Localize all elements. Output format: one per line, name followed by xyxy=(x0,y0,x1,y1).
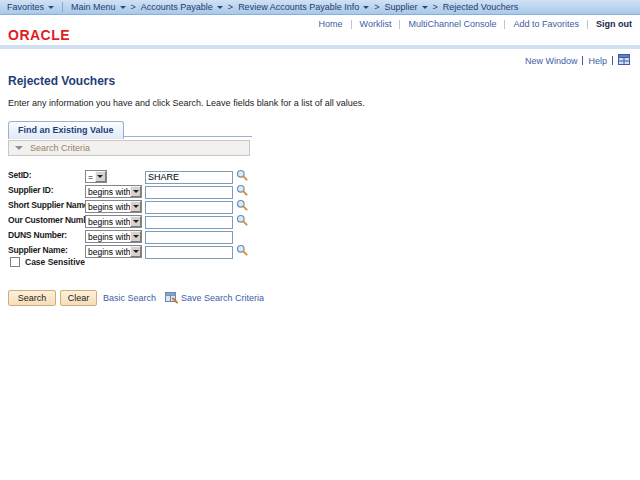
page-links: New Window Help xyxy=(525,54,630,67)
divider xyxy=(612,56,613,65)
divider xyxy=(504,20,505,29)
operator-select[interactable]: begins with xyxy=(85,245,142,258)
multichannel-console-link[interactable]: MultiChannel Console xyxy=(408,19,496,29)
field-row-duns-number: DUNS Number: begins with xyxy=(8,228,278,242)
instruction-text: Enter any information you have and click… xyxy=(8,98,365,108)
portal-links: Home Worklist MultiChannel Console Add t… xyxy=(319,19,632,29)
divider xyxy=(399,20,400,29)
lookup-icon[interactable] xyxy=(236,169,248,181)
field-label: DUNS Number: xyxy=(8,230,85,240)
oracle-logo: ORACLE xyxy=(8,27,70,43)
worklist-link[interactable]: Worklist xyxy=(360,19,392,29)
select-arrow-icon[interactable] xyxy=(130,246,141,257)
supplier-name-input[interactable] xyxy=(145,246,233,259)
divider xyxy=(587,20,588,29)
add-to-favorites-link[interactable]: Add to Favorites xyxy=(513,19,579,29)
main-menu-label: Main Menu xyxy=(71,2,116,12)
chevron-down-icon xyxy=(48,6,54,9)
tab-bar: Find an Existing Value xyxy=(8,119,252,137)
breadcrumb-separator: > xyxy=(131,2,136,12)
new-window-grid-icon[interactable] xyxy=(618,54,630,67)
lookup-icon[interactable] xyxy=(236,214,248,226)
field-row-setid: SetID: = xyxy=(8,168,278,182)
lookup-icon[interactable] xyxy=(236,244,248,256)
field-row-our-customer-number: Our Customer Number: begins with xyxy=(8,213,278,227)
field-row-supplier-name: Supplier Name: begins with xyxy=(8,243,278,257)
tab-find-existing-value[interactable]: Find an Existing Value xyxy=(8,121,124,139)
favorites-menu[interactable]: Favorites xyxy=(7,2,54,12)
case-sensitive-checkbox[interactable] xyxy=(10,257,20,267)
field-label: Short Supplier Name: xyxy=(8,200,85,210)
page: Favorites Main Menu > Accounts Payable >… xyxy=(0,0,640,480)
chevron-down-icon xyxy=(217,6,223,9)
breadcrumb-separator: > xyxy=(228,2,233,12)
save-search-icon[interactable] xyxy=(165,292,178,304)
help-link[interactable]: Help xyxy=(588,56,607,66)
breadcrumb-item-review-ap-info[interactable]: Review Accounts Payable Info xyxy=(238,2,369,12)
new-window-link[interactable]: New Window xyxy=(525,56,578,66)
chevron-down-icon xyxy=(422,6,428,9)
search-criteria-header[interactable]: Search Criteria xyxy=(8,140,250,156)
breadcrumb-separator: > xyxy=(374,2,379,12)
masthead: Home Worklist MultiChannel Console Add t… xyxy=(0,15,640,45)
breadcrumb-item-accounts-payable[interactable]: Accounts Payable xyxy=(141,2,223,12)
field-row-short-supplier-name: Short Supplier Name: begins with xyxy=(8,198,278,212)
lookup-icon[interactable] xyxy=(236,199,248,211)
basic-search-link[interactable]: Basic Search xyxy=(103,293,156,303)
search-form: SetID: = Supplier ID: begins with Short … xyxy=(8,168,278,258)
header-divider-band xyxy=(0,45,640,49)
main-menu[interactable]: Main Menu xyxy=(71,2,126,12)
collapse-triangle-icon xyxy=(15,146,23,150)
home-link[interactable]: Home xyxy=(319,19,343,29)
divider xyxy=(351,20,352,29)
save-search-criteria-link[interactable]: Save Search Criteria xyxy=(181,293,264,303)
field-label: Supplier Name: xyxy=(8,245,85,255)
case-sensitive-label: Case Sensitive xyxy=(25,257,85,267)
favorites-label: Favorites xyxy=(7,2,44,12)
field-label: Our Customer Number: xyxy=(8,215,85,225)
divider xyxy=(62,2,63,12)
case-sensitive-row: Case Sensitive xyxy=(10,257,85,267)
breadcrumb-separator: > xyxy=(433,2,438,12)
breadcrumb: Favorites Main Menu > Accounts Payable >… xyxy=(0,0,640,15)
action-bar: Search Clear Basic Search Save Search Cr… xyxy=(8,290,264,306)
field-row-supplier-id: Supplier ID: begins with xyxy=(8,183,278,197)
breadcrumb-item-supplier[interactable]: Supplier xyxy=(384,2,427,12)
search-button[interactable]: Search xyxy=(8,290,56,306)
field-label: Supplier ID: xyxy=(8,185,85,195)
page-title: Rejected Vouchers xyxy=(8,74,115,88)
chevron-down-icon xyxy=(363,6,369,9)
breadcrumb-item-rejected-vouchers: Rejected Vouchers xyxy=(443,2,519,12)
clear-button[interactable]: Clear xyxy=(60,290,97,306)
divider xyxy=(582,56,583,65)
search-criteria-label: Search Criteria xyxy=(30,143,90,153)
sign-out-link[interactable]: Sign out xyxy=(596,19,632,29)
field-label: SetID: xyxy=(8,170,85,180)
lookup-icon[interactable] xyxy=(236,184,248,196)
chevron-down-icon xyxy=(120,6,126,9)
